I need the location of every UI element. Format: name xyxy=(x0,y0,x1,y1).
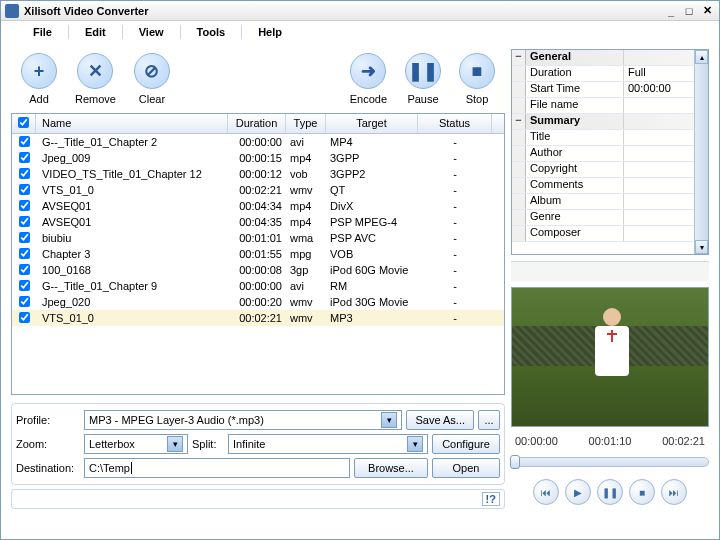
table-row[interactable]: VIDEO_TS_Title_01_Chapter 12 00:00:12 vo… xyxy=(12,166,504,182)
menu-file[interactable]: File xyxy=(21,24,64,40)
scroll-up-icon[interactable]: ▴ xyxy=(695,50,708,64)
saveas-button[interactable]: Save As... xyxy=(406,410,474,430)
slider-thumb[interactable] xyxy=(510,455,520,469)
prop-label: Author xyxy=(526,146,624,161)
col-status[interactable]: Status xyxy=(418,114,492,133)
seek-slider[interactable] xyxy=(511,457,709,467)
cell-target: VOB xyxy=(326,247,418,261)
cell-status: - xyxy=(418,183,492,197)
col-target[interactable]: Target xyxy=(326,114,418,133)
prop-value[interactable] xyxy=(624,210,694,225)
cell-duration: 00:01:55 xyxy=(228,247,286,261)
zoom-dropdown[interactable]: Letterbox▾ xyxy=(84,434,188,454)
stop-button[interactable]: ■Stop xyxy=(459,53,495,105)
row-checkbox[interactable] xyxy=(19,136,30,147)
next-button[interactable]: ⏭ xyxy=(661,479,687,505)
table-row[interactable]: Jpeg_020 00:00:20 wmv iPod 30G Movie - xyxy=(12,294,504,310)
cell-status: - xyxy=(418,151,492,165)
row-checkbox[interactable] xyxy=(19,216,30,227)
time-end: 00:02:21 xyxy=(662,435,705,447)
menu-edit[interactable]: Edit xyxy=(73,24,118,40)
menu-tools[interactable]: Tools xyxy=(185,24,238,40)
open-button[interactable]: Open xyxy=(432,458,500,478)
col-name[interactable]: Name xyxy=(36,114,228,133)
table-row[interactable]: AVSEQ01 00:04:35 mp4 PSP MPEG-4 - xyxy=(12,214,504,230)
prop-value[interactable]: Full xyxy=(624,66,694,81)
stop-icon: ■ xyxy=(472,61,483,82)
clear-button[interactable]: ⊘Clear xyxy=(134,53,170,105)
row-checkbox[interactable] xyxy=(19,264,30,275)
row-checkbox[interactable] xyxy=(19,312,30,323)
cell-status: - xyxy=(418,215,492,229)
prop-value[interactable] xyxy=(624,146,694,161)
titlebar: Xilisoft Video Converter _ □ ✕ xyxy=(1,1,719,21)
row-checkbox[interactable] xyxy=(19,152,30,163)
profile-dropdown[interactable]: MP3 - MPEG Layer-3 Audio (*.mp3)▾ xyxy=(84,410,402,430)
video-preview[interactable] xyxy=(511,287,709,427)
pause-playback-button[interactable]: ❚❚ xyxy=(597,479,623,505)
maximize-button[interactable]: □ xyxy=(681,4,697,18)
play-button[interactable]: ▶ xyxy=(565,479,591,505)
plus-icon: + xyxy=(34,61,45,82)
scroll-down-icon[interactable]: ▾ xyxy=(695,240,708,254)
row-checkbox[interactable] xyxy=(19,184,30,195)
table-row[interactable]: G--_Title_01_Chapter 9 00:00:00 avi RM - xyxy=(12,278,504,294)
cell-name: VTS_01_0 xyxy=(36,183,228,197)
col-type[interactable]: Type xyxy=(286,114,326,133)
destination-input[interactable]: C:\Temp xyxy=(84,458,350,478)
cell-status: - xyxy=(418,135,492,149)
remove-button[interactable]: ✕Remove xyxy=(75,53,116,105)
table-row[interactable]: 100_0168 00:00:08 3gp iPod 60G Movie - xyxy=(12,262,504,278)
prop-value[interactable]: 00:00:00 xyxy=(624,82,694,97)
browse-button[interactable]: Browse... xyxy=(354,458,428,478)
prop-value[interactable] xyxy=(624,194,694,209)
encode-icon: ➜ xyxy=(361,60,376,82)
row-checkbox[interactable] xyxy=(19,296,30,307)
stop-playback-button[interactable]: ■ xyxy=(629,479,655,505)
menu-help[interactable]: Help xyxy=(246,24,294,40)
select-all-checkbox[interactable] xyxy=(12,114,36,133)
encode-button[interactable]: ➜Encode xyxy=(350,53,387,105)
prop-value[interactable] xyxy=(624,178,694,193)
menubar: File Edit View Tools Help xyxy=(1,21,719,43)
row-checkbox[interactable] xyxy=(19,248,30,259)
prop-value[interactable] xyxy=(624,130,694,145)
row-checkbox[interactable] xyxy=(19,200,30,211)
table-row[interactable]: Jpeg_009 00:00:15 mp4 3GPP - xyxy=(12,150,504,166)
split-dropdown[interactable]: Infinite▾ xyxy=(228,434,428,454)
row-checkbox[interactable] xyxy=(19,168,30,179)
cell-name: biubiu xyxy=(36,231,228,245)
table-row[interactable]: G--_Title_01_Chapter 2 00:00:00 avi MP4 … xyxy=(12,134,504,150)
close-button[interactable]: ✕ xyxy=(699,4,715,18)
table-row[interactable]: Chapter 3 00:01:55 mpg VOB - xyxy=(12,246,504,262)
configure-button[interactable]: Configure xyxy=(432,434,500,454)
table-row[interactable]: VTS_01_0 00:02:21 wmv MP3 - xyxy=(12,310,504,326)
cell-type: wmv xyxy=(286,183,326,197)
collapse-icon[interactable]: − xyxy=(512,114,526,129)
col-duration[interactable]: Duration xyxy=(228,114,286,133)
prev-button[interactable]: ⏮ xyxy=(533,479,559,505)
properties-scrollbar[interactable]: ▴ ▾ xyxy=(694,50,708,254)
prop-value[interactable] xyxy=(624,162,694,177)
menu-view[interactable]: View xyxy=(127,24,176,40)
row-checkbox[interactable] xyxy=(19,232,30,243)
prop-label: Start Time xyxy=(526,82,624,97)
prop-section-header: Summary xyxy=(526,114,624,129)
more-button[interactable]: ... xyxy=(478,410,500,430)
table-row[interactable]: VTS_01_0 00:02:21 wmv QT - xyxy=(12,182,504,198)
table-row[interactable]: AVSEQ01 00:04:34 mp4 DivX - xyxy=(12,198,504,214)
minimize-button[interactable]: _ xyxy=(663,4,679,18)
clear-icon: ⊘ xyxy=(144,60,159,82)
row-checkbox[interactable] xyxy=(19,280,30,291)
cell-target: MP3 xyxy=(326,311,418,325)
help-button[interactable]: !? xyxy=(482,492,500,506)
prop-value[interactable] xyxy=(624,98,694,113)
table-row[interactable]: biubiu 00:01:01 wma PSP AVC - xyxy=(12,230,504,246)
add-button[interactable]: +Add xyxy=(21,53,57,105)
cell-type: avi xyxy=(286,135,326,149)
table-body: G--_Title_01_Chapter 2 00:00:00 avi MP4 … xyxy=(12,134,504,394)
pause-button[interactable]: ❚❚Pause xyxy=(405,53,441,105)
prop-value[interactable] xyxy=(624,226,694,241)
collapse-icon[interactable]: − xyxy=(512,50,526,65)
cell-type: wmv xyxy=(286,311,326,325)
